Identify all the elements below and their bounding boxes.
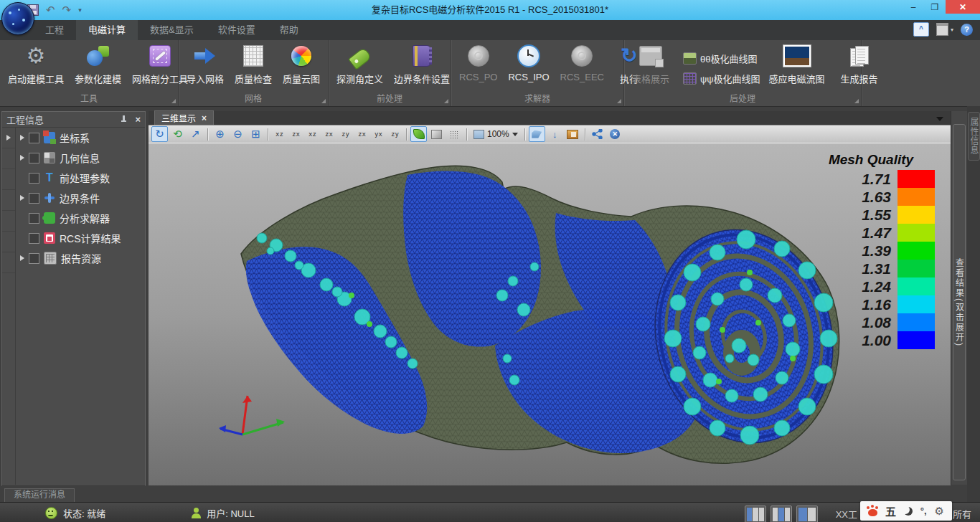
panel-close-icon[interactable]: × [135,115,141,124]
dialog-launcher-icon[interactable] [854,99,859,103]
expand-icon[interactable] [20,135,24,141]
ime-punctuation-toggle[interactable]: °, [920,506,927,516]
tab-project[interactable]: 工程 [33,20,76,40]
zoom-level-control[interactable]: 100% [471,129,521,139]
tree-item-report-resources[interactable]: 报告资源 [16,248,145,268]
system-message-tab[interactable]: 系统运行消息 [4,488,75,503]
view-bottom-button[interactable]: zx [354,126,369,142]
view-right-button[interactable]: zx [321,126,336,142]
shaded-mode-icon[interactable] [410,126,427,142]
zoom-window-icon[interactable]: ⊞ [248,126,264,142]
tab-3d-display[interactable]: 三维显示 × [154,110,214,125]
dialog-launcher-icon[interactable] [444,99,448,103]
rainbow-sphere-icon [291,46,311,66]
rcs-ipo-button[interactable]: RCS_IPO [503,42,554,84]
view-iso2-button[interactable]: zy [387,126,402,142]
theta-polarization-curve-button[interactable]: θθ极化曲线图 [683,52,760,65]
results-dock-strip: 查看结果(双击展开) [951,111,967,485]
tab-software-settings[interactable]: 软件设置 [206,20,268,40]
gutter-expand-icon[interactable] [6,135,11,141]
quality-check-button[interactable]: 质量检查 [230,42,277,87]
solver-disc-icon [468,45,489,67]
view-front-button[interactable]: xz [272,126,287,142]
pin-icon[interactable] [121,115,126,123]
restore-button[interactable]: ❐ [924,0,946,14]
boundary-condition-settings-button[interactable]: 边界条件设置 [389,42,455,87]
refresh-view-icon[interactable]: ⟲ [169,126,186,142]
zoom-out-icon[interactable]: ⊖ [230,126,246,142]
close-button[interactable]: ✕ [946,0,980,14]
zoom-in-icon[interactable]: ⊕ [212,126,228,142]
minimize-button[interactable]: – [903,0,924,14]
legend-swatch [897,260,935,277]
psi-polarization-curve-button[interactable]: ψψ极化曲线图 [683,72,760,85]
checkbox[interactable] [29,153,39,163]
ribbon-utilities: ^ ▾ ? [913,22,973,37]
zoom-dropdown-icon[interactable] [512,133,518,136]
3d-viewport[interactable]: Mesh Quality 1.71 1.63 1.55 1.47 1.39 1.… [149,143,951,485]
tab-data-display[interactable]: 数据&显示 [138,20,206,40]
checkbox[interactable] [29,173,39,184]
expand-icon[interactable] [20,255,24,261]
dialog-launcher-icon[interactable] [617,99,621,103]
undo-icon[interactable]: ↶ [46,4,55,16]
help-icon[interactable]: ? [961,24,973,36]
arrow-down-icon[interactable]: ↓ [547,126,563,142]
redo-icon[interactable]: ↷ [62,4,72,16]
quick-access-dropdown-icon[interactable]: ▾ [78,6,82,14]
checkbox[interactable] [29,193,39,204]
panel-title: 工程信息 [6,113,44,126]
tree-item-boundary-conditions[interactable]: 边界条件 [16,188,145,208]
layout-middle-button[interactable] [771,506,792,522]
close-view-icon[interactable]: ✕ [607,126,623,142]
snapshot-icon[interactable] [565,126,581,142]
detection-angle-button[interactable]: 探测角定义 [331,42,388,87]
parametric-modeling-button[interactable]: 参数化建模 [70,42,126,87]
checkbox[interactable] [29,133,39,143]
tab-help[interactable]: 帮助 [268,20,311,40]
surface-pick-icon[interactable] [529,126,545,142]
document-tab-strip: 三维显示 × [149,111,951,125]
launch-modeling-tool-button[interactable]: ⚙ 启动建模工具 [3,42,69,87]
expand-icon[interactable] [20,155,24,161]
share-icon[interactable] [589,126,606,142]
tree-item-geometry-info[interactable]: 几何信息 [16,148,145,168]
style-switcher-button[interactable]: ▾ [936,23,953,36]
checkbox[interactable] [29,213,39,224]
layout-left-button[interactable] [745,506,766,522]
layout-right-button[interactable] [796,506,818,522]
tree-item-rcs-results[interactable]: RCS计算结果 [16,228,145,248]
rotate-icon[interactable]: ↻ [151,126,168,142]
grid-mode-icon[interactable] [446,126,463,142]
tree-item-analysis-solver[interactable]: 分析求解器 [16,208,145,228]
tab-em-computation[interactable]: 电磁计算 [76,20,138,40]
tab-list-dropdown-icon[interactable] [936,117,943,121]
checkbox[interactable] [29,253,39,264]
app-logo[interactable] [1,2,34,35]
quality-cloud-map-button[interactable]: 质量云图 [278,42,325,87]
import-mesh-button[interactable]: 导入网格 [182,42,229,87]
tab-close-icon[interactable]: × [202,114,207,123]
expand-icon[interactable] [20,195,24,201]
leaf-icon [413,129,425,139]
wireframe-mode-icon[interactable] [428,126,445,142]
status-text: 状态: 就绪 [63,506,105,520]
checkbox[interactable] [29,233,39,244]
dialog-launcher-icon[interactable] [171,99,176,103]
tree-item-coordinate-system[interactable]: 坐标系 [16,128,145,148]
collapse-ribbon-icon[interactable]: ^ [913,22,929,37]
ime-logo-icon[interactable] [868,509,877,516]
ime-halfwidth-moon-icon[interactable] [904,507,913,516]
ime-settings-gear-icon[interactable]: ⚙ [935,505,944,518]
property-info-tab[interactable]: 属性信息 [968,112,980,161]
ime-wubi-mode[interactable]: 五 [885,503,896,518]
dialog-launcher-icon[interactable] [321,99,326,103]
view-results-tab[interactable]: 查看结果(双击展开) [953,124,966,480]
pan-icon[interactable]: ↗ [187,126,204,142]
tree-item-preprocess-params[interactable]: T 前处理参数 [16,168,145,188]
view-top-button[interactable]: zy [338,126,353,142]
view-back-button[interactable]: zx [288,126,303,142]
view-left-button[interactable]: xz [305,126,320,142]
view-iso1-button[interactable]: yx [371,126,386,142]
induced-current-map-button[interactable]: 感应电磁流图 [764,42,830,87]
